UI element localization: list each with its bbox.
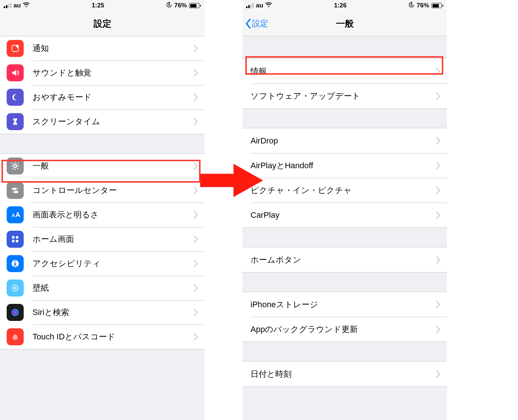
chevron-right-icon [436, 370, 440, 378]
chevron-right-icon [436, 187, 440, 194]
row-label: ソフトウェア・アップデート [250, 91, 436, 102]
row-label: ピクチャ・イン・ピクチャ [250, 185, 436, 196]
general-group-d: iPhoneストレージ Appのバックグラウンド更新 [242, 292, 447, 342]
chevron-right-icon [436, 162, 440, 169]
status-left: au [4, 2, 30, 9]
status-right: 76% [166, 2, 201, 10]
home-apps-icon [7, 231, 24, 248]
settings-row-moon[interactable]: おやすみモード [0, 85, 205, 109]
chevron-right-icon [436, 137, 440, 145]
general-row[interactable]: AirPlayとHandoff [242, 153, 447, 178]
section-gap [242, 342, 447, 361]
general-row[interactable]: Appのバックグラウンド更新 [242, 317, 447, 342]
chevron-right-icon [436, 92, 440, 100]
row-label: Siriと検索 [33, 307, 194, 318]
row-label: コントロールセンター [33, 185, 194, 196]
settings-group-2: 一般 コントロールセンター AA 画面表示と明るさ ホーム画面 アクセシビリティ… [0, 153, 205, 349]
battery-pct: 76% [174, 2, 187, 9]
settings-row-siri[interactable]: Siriと検索 [0, 300, 205, 325]
chevron-right-icon [194, 118, 198, 125]
general-row[interactable]: 日付と時刻 [242, 362, 447, 386]
settings-group-1: 通知 サウンドと触覚 おやすみモード スクリーンタイム [0, 36, 205, 134]
settings-row-toggles[interactable]: コントロールセンター [0, 178, 205, 203]
general-row[interactable]: 情報 [242, 59, 447, 84]
row-label: 通知 [33, 43, 194, 54]
svg-rect-18 [16, 236, 18, 238]
status-time: 1:25 [92, 2, 104, 9]
general-content[interactable]: 情報 ソフトウェア・アップデート AirDrop AirPlayとHandoff… [242, 36, 447, 420]
svg-marker-31 [200, 164, 263, 197]
chevron-right-icon [194, 333, 198, 341]
back-label: 設定 [252, 18, 268, 29]
gear-icon [7, 158, 24, 175]
chevron-right-icon [436, 68, 440, 75]
settings-row-gear[interactable]: 一般 [0, 154, 205, 178]
chevron-right-icon [194, 187, 198, 194]
accessibility-icon [7, 255, 24, 272]
settings-row-wallpaper[interactable]: 壁紙 [0, 276, 205, 300]
chevron-right-icon [194, 162, 198, 170]
row-label: 日付と時刻 [250, 369, 436, 380]
sound-icon [7, 64, 24, 81]
settings-row-sound[interactable]: サウンドと触覚 [0, 61, 205, 85]
general-group-c: ホームボタン [242, 247, 447, 272]
svg-rect-6 [18, 166, 19, 166]
row-label: Touch IDとパスコード [33, 331, 194, 342]
settings-row-home-apps[interactable]: ホーム画面 [0, 227, 205, 251]
row-label: ホーム画面 [33, 234, 194, 245]
row-label: AirPlayとHandoff [250, 160, 436, 171]
row-label: アクセシビリティ [33, 258, 194, 269]
settings-row-hourglass[interactable]: スクリーンタイム [0, 109, 205, 134]
general-row[interactable]: ソフトウェア・アップデート [242, 84, 447, 108]
svg-rect-8 [17, 168, 18, 169]
status-time: 1:26 [334, 2, 347, 9]
row-label: 情報 [250, 66, 436, 77]
chevron-right-icon [194, 69, 198, 77]
svg-rect-19 [12, 240, 14, 243]
battery-icon [189, 3, 201, 8]
general-screen: au 1:26 76% 設定 一般 情報 ソフトウェア・アップデート AirDr… [242, 0, 447, 420]
general-row[interactable]: CarPlay [242, 203, 447, 227]
status-bar: au 1:25 76% [0, 0, 205, 11]
row-label: iPhoneストレージ [250, 299, 436, 310]
settings-screen: au 1:25 76% 設定 通知 サウンドと触覚 おやすみモード スクリーンタ… [0, 0, 205, 420]
svg-point-24 [14, 287, 16, 289]
svg-text:A: A [11, 213, 15, 218]
page-title: 一般 [336, 18, 354, 30]
row-label: ホームボタン [250, 254, 436, 265]
chevron-right-icon [436, 211, 440, 219]
svg-text:A: A [16, 211, 20, 219]
rotation-lock-icon [166, 2, 172, 10]
back-button[interactable]: 設定 [245, 18, 268, 29]
row-label: サウンドと触覚 [33, 67, 194, 78]
settings-row-fingerprint[interactable]: Touch IDとパスコード [0, 325, 205, 349]
chevron-right-icon [436, 301, 440, 308]
general-row[interactable]: ピクチャ・イン・ピクチャ [242, 178, 447, 203]
settings-content[interactable]: 通知 サウンドと触覚 おやすみモード スクリーンタイム 一般 コントロールセンタ… [0, 36, 205, 420]
chevron-right-icon [194, 260, 198, 267]
settings-row-accessibility[interactable]: アクセシビリティ [0, 251, 205, 276]
notifications-icon [7, 40, 24, 57]
chevron-right-icon [194, 45, 198, 52]
status-bar: au 1:26 76% [242, 0, 447, 11]
settings-row-notifications[interactable]: 通知 [0, 36, 205, 61]
svg-rect-0 [168, 4, 170, 6]
row-label: 一般 [33, 160, 194, 172]
general-group-b: AirDrop AirPlayとHandoff ピクチャ・イン・ピクチャ Car… [242, 128, 447, 228]
section-gap [0, 134, 205, 153]
row-label: おやすみモード [33, 92, 194, 103]
rotation-lock-icon [408, 2, 414, 10]
toggles-icon [7, 182, 24, 199]
general-row[interactable]: iPhoneストレージ [242, 292, 447, 317]
status-left: au [246, 2, 272, 9]
battery-pct: 76% [417, 2, 429, 9]
general-row[interactable]: ホームボタン [242, 247, 447, 272]
battery-icon [431, 3, 443, 8]
row-label: AirDrop [250, 136, 436, 146]
signal-icon [4, 3, 11, 8]
row-label: スクリーンタイム [33, 116, 194, 127]
settings-row-text-size[interactable]: AA 画面表示と明るさ [0, 203, 205, 227]
chevron-right-icon [194, 284, 198, 292]
svg-rect-7 [12, 163, 13, 164]
general-row[interactable]: AirDrop [242, 128, 447, 153]
